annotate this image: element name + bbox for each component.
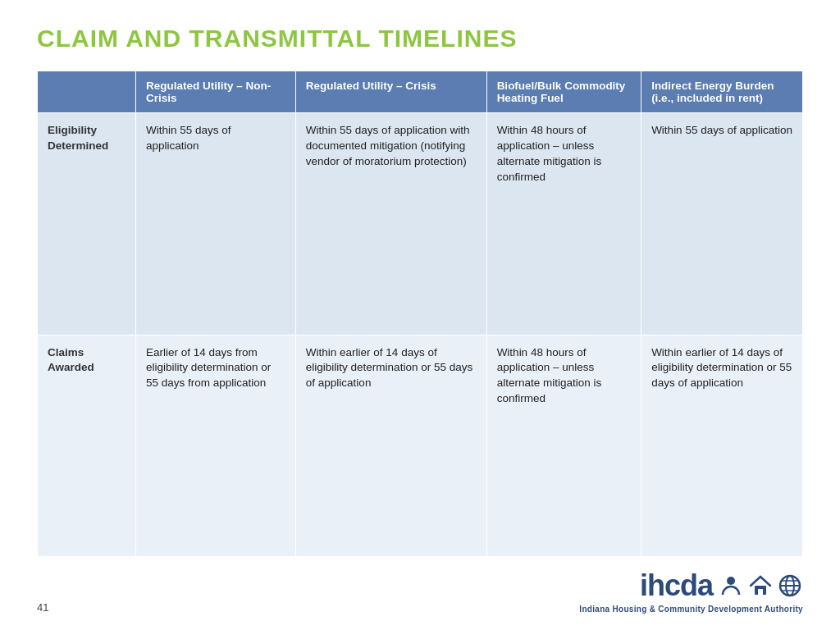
page-number: 41 — [37, 601, 48, 614]
logo-text: ihcda — [640, 568, 713, 603]
table-cell: Within 48 hours of application – unless … — [486, 113, 641, 336]
col-header-indirect: Indirect Energy Burden (i.e., included i… — [641, 71, 803, 113]
table-cell: Within 55 days of application with docum… — [295, 113, 486, 336]
globe-icon — [777, 573, 803, 599]
logo-icons — [718, 573, 803, 599]
timelines-table: Regulated Utility – Non-Crisis Regulated… — [37, 71, 803, 557]
table-cell: Within 55 days of application — [136, 113, 296, 336]
logo-subtext: Indiana Housing & Community Development … — [579, 605, 803, 614]
svg-rect-2 — [758, 589, 763, 595]
table-cell: Within earlier of 14 days of eligibility… — [641, 335, 803, 557]
house-icon — [747, 573, 774, 599]
table-cell: Within 55 days of application — [641, 113, 803, 336]
table-row: Claims AwardedEarlier of 14 days from el… — [38, 335, 803, 557]
table-cell: Earlier of 14 days from eligibility dete… — [136, 335, 296, 557]
col-header-empty — [38, 71, 136, 113]
table-cell: Within 48 hours of application – unless … — [486, 335, 641, 557]
col-header-biofuel: Biofuel/Bulk Commodity Heating Fuel — [486, 71, 641, 113]
footer: 41 ihcda — [37, 568, 803, 614]
logo-main: ihcda — [640, 568, 803, 603]
table-cell: Within earlier of 14 days of eligibility… — [295, 335, 486, 557]
col-header-non-crisis: Regulated Utility – Non-Crisis — [136, 71, 296, 113]
col-header-crisis: Regulated Utility – Crisis — [295, 71, 486, 113]
logo-area: ihcda — [579, 568, 803, 614]
person-icon — [718, 573, 744, 599]
svg-point-0 — [727, 577, 735, 585]
table-row: Eligibility DeterminedWithin 55 days of … — [38, 113, 803, 336]
row-label: Claims Awarded — [38, 335, 136, 557]
page-title: CLAIM AND TRANSMITTAL TIMELINES — [37, 25, 803, 52]
row-label: Eligibility Determined — [38, 113, 136, 336]
page-container: CLAIM AND TRANSMITTAL TIMELINES Regulate… — [0, 0, 840, 630]
